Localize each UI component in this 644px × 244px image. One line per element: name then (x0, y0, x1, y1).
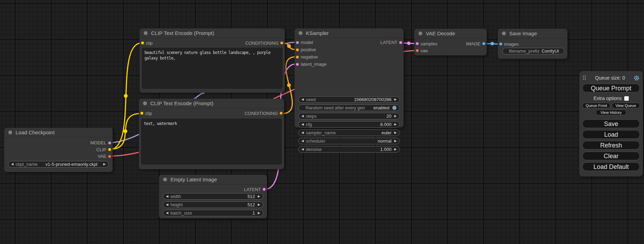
widget-denoise[interactable]: ◀ denoise 1.000 ▶ (298, 146, 400, 153)
input-label-model: model (301, 40, 313, 45)
link-midpoint-dot (491, 42, 494, 45)
node-load-checkpoint: Load Checkpoint MODEL CLIP VAE ◀ ckpt_na… (4, 128, 113, 172)
output-slot-image[interactable] (482, 42, 485, 45)
view-queue-button[interactable]: View Queue (612, 103, 640, 108)
input-label-negative: negative (301, 54, 318, 60)
output-slot-conditioning[interactable] (280, 42, 283, 45)
node-header[interactable]: Save Image (498, 29, 567, 38)
decrement-arrow-icon[interactable]: ◀ (166, 211, 168, 215)
output-label-latent: LATENT (244, 187, 261, 192)
output-slot-latent[interactable] (399, 41, 402, 44)
input-slot-vae[interactable] (416, 49, 419, 52)
input-slot-clip[interactable] (141, 42, 144, 45)
node-header[interactable]: CLIP Text Encode (Prompt) (140, 28, 285, 38)
next-arrow-icon[interactable]: ▶ (394, 139, 397, 143)
increment-arrow-icon[interactable]: ▶ (258, 195, 260, 198)
widget-seed[interactable]: ◀ seed 156680208700286 ▶ (298, 96, 400, 103)
increment-arrow-icon[interactable]: ▶ (394, 98, 397, 101)
slot-row: LATENT (159, 186, 267, 193)
node-header[interactable]: CLIP Text Encode (Prompt) (139, 99, 284, 108)
next-arrow-icon[interactable]: ▶ (103, 163, 106, 166)
widget-steps[interactable]: ◀ steps 20 ▶ (298, 113, 400, 119)
decrement-arrow-icon[interactable]: ◀ (301, 148, 304, 151)
prev-arrow-icon[interactable]: ◀ (301, 139, 304, 143)
widget-filename-prefix[interactable]: filename_prefix ComfyUI (502, 48, 564, 54)
widget-label: ckpt_name (16, 162, 38, 167)
clear-button[interactable]: Clear (582, 152, 640, 160)
input-slot-positive[interactable] (296, 48, 299, 51)
node-status-dot[interactable] (502, 31, 506, 35)
increment-arrow-icon[interactable]: ▶ (394, 123, 397, 126)
output-slot-model[interactable] (108, 141, 111, 144)
drag-handle-icon[interactable] (583, 75, 586, 81)
widget-height[interactable]: ◀ height 512 ▶ (163, 201, 263, 208)
slot-row: images (498, 40, 567, 47)
refresh-button[interactable]: Refresh (582, 141, 640, 150)
prev-arrow-icon[interactable]: ◀ (11, 163, 14, 166)
widget-sampler-name[interactable]: ◀ sampler_name euler ▶ (298, 129, 400, 136)
node-status-dot[interactable] (418, 31, 422, 35)
input-slot-negative[interactable] (296, 55, 299, 58)
load-default-button[interactable]: Load Default (582, 162, 640, 171)
node-header[interactable]: KSampler (294, 28, 404, 38)
increment-arrow-icon[interactable]: ▶ (258, 203, 260, 206)
prev-arrow-icon[interactable]: ◀ (301, 131, 304, 134)
settings-gear-icon[interactable] (634, 75, 639, 81)
widget-width[interactable]: ◀ width 512 ▶ (163, 193, 263, 200)
widget-value: 156680208700286 (354, 97, 391, 102)
toggle-knob[interactable] (392, 106, 397, 110)
output-slot-latent[interactable] (263, 188, 266, 191)
decrement-arrow-icon[interactable]: ◀ (166, 195, 168, 198)
widget-label: width (170, 194, 181, 199)
widget-random-seed-toggle[interactable]: Random seed after every gen enabled (298, 105, 400, 111)
increment-arrow-icon[interactable]: ▶ (394, 115, 397, 118)
widget-value: 1.000 (380, 147, 392, 152)
queue-front-button[interactable]: Queue Front (582, 103, 610, 108)
extra-options-checkbox[interactable] (624, 96, 629, 101)
node-status-dot[interactable] (143, 101, 147, 105)
output-slot-conditioning[interactable] (280, 112, 283, 115)
node-header[interactable]: Load Checkpoint (4, 128, 113, 137)
widget-batch-size[interactable]: ◀ batch_size 1 ▶ (163, 210, 263, 216)
output-slot-vae[interactable] (108, 155, 111, 158)
slot-row: negative (294, 53, 404, 61)
node-clip-text-encode-negative: CLIP Text Encode (Prompt) clip CONDITION… (139, 99, 284, 169)
node-status-dot[interactable] (299, 31, 302, 35)
node-status-dot[interactable] (144, 31, 148, 35)
prompt-textarea[interactable]: beautiful scenery nature glass bottle la… (142, 48, 282, 89)
queue-prompt-button[interactable]: Queue Prompt (582, 84, 640, 92)
widget-ckpt-name[interactable]: ◀ ckpt_name v1-5-pruned-emaonly.ckpt ▶ (8, 161, 109, 168)
node-title: Save Image (509, 30, 537, 36)
decrement-arrow-icon[interactable]: ◀ (301, 123, 304, 126)
output-slot-clip[interactable] (108, 148, 111, 151)
input-slot-images[interactable] (499, 43, 502, 46)
input-slot-latent-image[interactable] (296, 63, 299, 66)
node-header[interactable]: VAE Decode (414, 29, 487, 38)
decrement-arrow-icon[interactable]: ◀ (301, 98, 304, 101)
node-status-dot[interactable] (163, 178, 167, 181)
slot-row: MODEL (4, 139, 113, 146)
view-history-button[interactable]: View History (596, 110, 626, 115)
node-header[interactable]: Empty Latent Image (159, 175, 267, 184)
decrement-arrow-icon[interactable]: ◀ (301, 115, 304, 118)
input-slot-clip[interactable] (140, 112, 143, 115)
widget-value: v1-5-pruned-emaonly.ckpt (40, 162, 104, 167)
prompt-textarea[interactable]: text, watermark (141, 119, 282, 164)
next-arrow-icon[interactable]: ▶ (394, 131, 397, 134)
output-label-latent: LATENT (380, 40, 397, 45)
link-midpoint-dot (407, 42, 411, 45)
node-status-dot[interactable] (8, 130, 12, 134)
save-button[interactable]: Save (582, 119, 640, 128)
node-empty-latent-image: Empty Latent Image LATENT ◀ width 512 ▶ … (159, 175, 267, 218)
input-slot-model[interactable] (296, 41, 299, 44)
widget-value: ComfyUI (541, 48, 559, 54)
widget-scheduler[interactable]: ◀ scheduler normal ▶ (298, 138, 400, 144)
decrement-arrow-icon[interactable]: ◀ (166, 203, 168, 206)
widget-value: enabled (373, 105, 389, 110)
input-slot-samples[interactable] (416, 42, 419, 45)
increment-arrow-icon[interactable]: ▶ (258, 211, 260, 215)
queue-small-buttons-row: View History (582, 110, 640, 115)
widget-cfg[interactable]: ◀ cfg 8.000 ▶ (298, 121, 400, 128)
load-button[interactable]: Load (582, 130, 640, 139)
increment-arrow-icon[interactable]: ▶ (394, 148, 397, 151)
